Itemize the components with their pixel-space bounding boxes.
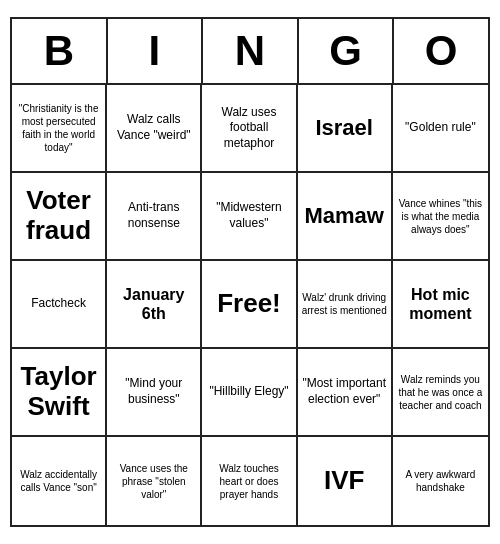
cell-text-23: IVF bbox=[324, 466, 364, 496]
bingo-cell-15[interactable]: Taylor Swift bbox=[12, 349, 107, 437]
cell-text-14: Hot mic moment bbox=[397, 285, 484, 323]
bingo-cell-10[interactable]: Factcheck bbox=[12, 261, 107, 349]
cell-text-2: Walz uses football metaphor bbox=[206, 105, 291, 152]
bingo-cell-0[interactable]: "Christianity is the most persecuted fai… bbox=[12, 85, 107, 173]
bingo-cell-7[interactable]: "Midwestern values" bbox=[202, 173, 297, 261]
cell-text-6: Anti-trans nonsense bbox=[111, 200, 196, 231]
cell-text-1: Walz calls Vance "weird" bbox=[111, 112, 196, 143]
bingo-cell-2[interactable]: Walz uses football metaphor bbox=[202, 85, 297, 173]
cell-text-4: "Golden rule" bbox=[405, 120, 476, 136]
cell-text-0: "Christianity is the most persecuted fai… bbox=[16, 102, 101, 154]
header-b: B bbox=[12, 19, 108, 83]
bingo-cell-24[interactable]: A very awkward handshake bbox=[393, 437, 488, 525]
cell-text-3: Israel bbox=[315, 114, 373, 143]
bingo-cell-21[interactable]: Vance uses the phrase "stolen valor" bbox=[107, 437, 202, 525]
bingo-cell-8[interactable]: Mamaw bbox=[298, 173, 393, 261]
cell-text-17: "Hillbilly Elegy" bbox=[209, 384, 288, 400]
bingo-cell-16[interactable]: "Mind your business" bbox=[107, 349, 202, 437]
bingo-cell-13[interactable]: Walz' drunk driving arrest is mentioned bbox=[298, 261, 393, 349]
cell-text-10: Factcheck bbox=[31, 296, 86, 312]
cell-text-9: Vance whines "this is what the media alw… bbox=[397, 197, 484, 236]
bingo-cell-18[interactable]: "Most important election ever" bbox=[298, 349, 393, 437]
bingo-card: B I N G O "Christianity is the most pers… bbox=[10, 17, 490, 527]
cell-text-12: Free! bbox=[217, 287, 281, 321]
cell-text-11: January 6th bbox=[111, 285, 196, 323]
cell-text-13: Walz' drunk driving arrest is mentioned bbox=[302, 291, 387, 317]
bingo-cell-23[interactable]: IVF bbox=[298, 437, 393, 525]
bingo-cell-9[interactable]: Vance whines "this is what the media alw… bbox=[393, 173, 488, 261]
header-n: N bbox=[203, 19, 299, 83]
cell-text-22: Walz touches heart or does prayer hands bbox=[206, 462, 291, 501]
bingo-cell-12[interactable]: Free! bbox=[202, 261, 297, 349]
bingo-cell-4[interactable]: "Golden rule" bbox=[393, 85, 488, 173]
bingo-cell-5[interactable]: Voter fraud bbox=[12, 173, 107, 261]
header-g: G bbox=[299, 19, 395, 83]
cell-text-21: Vance uses the phrase "stolen valor" bbox=[111, 462, 196, 501]
bingo-cell-20[interactable]: Walz accidentally calls Vance "son" bbox=[12, 437, 107, 525]
cell-text-18: "Most important election ever" bbox=[302, 376, 387, 407]
bingo-cell-1[interactable]: Walz calls Vance "weird" bbox=[107, 85, 202, 173]
cell-text-8: Mamaw bbox=[304, 202, 383, 231]
cell-text-20: Walz accidentally calls Vance "son" bbox=[16, 468, 101, 494]
bingo-cell-6[interactable]: Anti-trans nonsense bbox=[107, 173, 202, 261]
cell-text-15: Taylor Swift bbox=[16, 362, 101, 422]
bingo-grid: "Christianity is the most persecuted fai… bbox=[12, 85, 488, 525]
cell-text-24: A very awkward handshake bbox=[397, 468, 484, 494]
cell-text-7: "Midwestern values" bbox=[206, 200, 291, 231]
cell-text-19: Walz reminds you that he was once a teac… bbox=[397, 373, 484, 412]
bingo-cell-3[interactable]: Israel bbox=[298, 85, 393, 173]
bingo-header: B I N G O bbox=[12, 19, 488, 85]
bingo-cell-19[interactable]: Walz reminds you that he was once a teac… bbox=[393, 349, 488, 437]
bingo-cell-22[interactable]: Walz touches heart or does prayer hands bbox=[202, 437, 297, 525]
bingo-cell-14[interactable]: Hot mic moment bbox=[393, 261, 488, 349]
bingo-cell-17[interactable]: "Hillbilly Elegy" bbox=[202, 349, 297, 437]
header-o: O bbox=[394, 19, 488, 83]
bingo-cell-11[interactable]: January 6th bbox=[107, 261, 202, 349]
cell-text-16: "Mind your business" bbox=[111, 376, 196, 407]
cell-text-5: Voter fraud bbox=[16, 186, 101, 246]
header-i: I bbox=[108, 19, 204, 83]
